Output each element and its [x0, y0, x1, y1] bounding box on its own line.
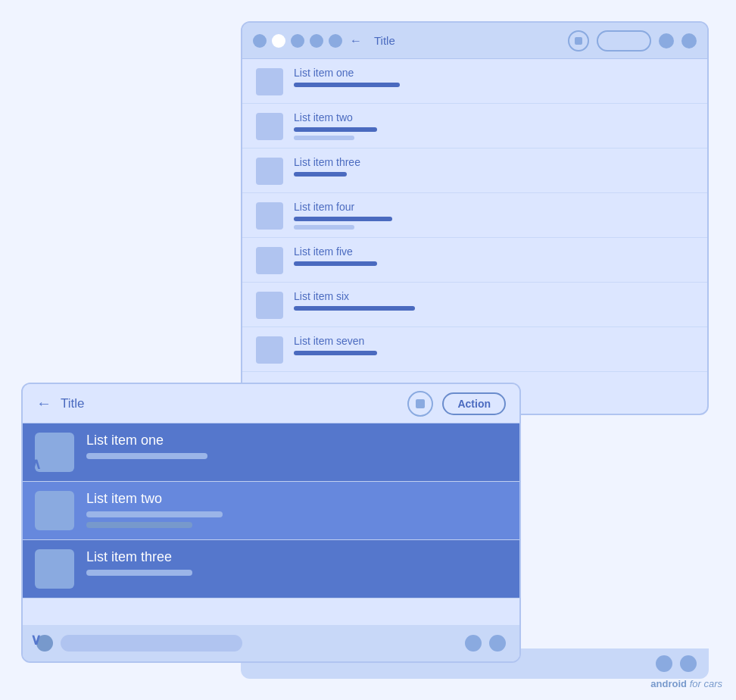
back-item-title: List item five [294, 245, 377, 258]
back-menu-icon-inner [575, 37, 582, 45]
front-window-title: Title [61, 396, 398, 411]
back-thumb [256, 292, 283, 319]
dot-3 [291, 34, 304, 48]
back-toolbar-right [568, 30, 697, 52]
bar-primary [294, 351, 377, 355]
list-item[interactable]: List item one [242, 59, 707, 104]
bar-primary [294, 217, 392, 221]
front-item-title: List item two [86, 491, 223, 507]
front-window: ← Title Action List item one List item t… [21, 383, 521, 663]
back-item-text: List item five [294, 245, 377, 266]
front-item-text: List item one [86, 433, 207, 459]
back-item-title: List item one [294, 67, 400, 79]
back-thumb [256, 158, 283, 185]
dot-1 [253, 34, 267, 48]
back-window: ← Title List item one List item two [241, 21, 709, 415]
bottom-dot-sm-1 [465, 635, 482, 652]
list-item[interactable]: List item three [23, 540, 519, 598]
chevron-up-icon[interactable]: ∧ [30, 455, 42, 473]
watermark-suffix: for cars [690, 678, 722, 689]
back-item-text: List item seven [294, 335, 377, 355]
back-pill-button[interactable] [597, 30, 651, 52]
front-menu-icon[interactable] [407, 391, 433, 417]
bottom-pill[interactable] [61, 635, 242, 652]
back-bottom-dot-2 [680, 655, 697, 672]
list-item[interactable]: List item seven [242, 327, 707, 372]
back-thumb [256, 68, 283, 95]
front-list: List item one List item two List item th… [23, 423, 519, 625]
back-thumb [256, 202, 283, 230]
back-title-bar: ← Title [242, 23, 707, 59]
list-item[interactable]: List item one [23, 423, 519, 482]
back-menu-icon[interactable] [568, 30, 589, 52]
dot-2 [272, 34, 285, 48]
list-item[interactable]: List item two [242, 104, 707, 148]
list-item[interactable]: List item six [242, 283, 707, 327]
back-item-title: List item three [294, 156, 360, 168]
back-bottom-dot-1 [656, 655, 672, 672]
back-list: List item one List item two List item th… [242, 59, 707, 372]
back-dot-row [253, 34, 342, 48]
back-window-title: Title [374, 34, 560, 47]
front-item-text: List item two [86, 491, 223, 528]
front-bottom-bar [23, 625, 519, 661]
front-item-text: List item three [86, 549, 192, 576]
list-item[interactable]: List item two [23, 482, 519, 540]
back-dot-right-2 [681, 33, 697, 48]
bottom-dot-sm-2 [489, 635, 506, 652]
back-item-text: List item four [294, 201, 392, 230]
bar-primary [294, 83, 400, 87]
front-back-arrow-icon[interactable]: ← [36, 395, 51, 412]
back-item-text: List item six [294, 290, 415, 311]
bar-secondary [294, 136, 354, 140]
back-thumb [256, 336, 283, 364]
front-bar-primary [86, 511, 223, 517]
bar-primary [294, 172, 347, 177]
back-item-text: List item two [294, 111, 377, 140]
back-item-title: List item six [294, 290, 415, 302]
list-item[interactable]: List item five [242, 238, 707, 283]
bar-primary [294, 306, 415, 311]
watermark: android for cars [650, 678, 722, 689]
bar-primary [294, 127, 377, 132]
back-thumb [256, 247, 283, 274]
list-item[interactable]: List item three [242, 148, 707, 193]
watermark-brand: android [650, 678, 687, 689]
back-item-text: List item three [294, 156, 360, 177]
front-item-title: List item three [86, 549, 192, 565]
back-item-title: List item four [294, 201, 392, 213]
back-item-title: List item two [294, 111, 377, 123]
back-item-title: List item seven [294, 335, 377, 347]
back-item-text: List item one [294, 67, 400, 87]
front-menu-icon-inner [416, 399, 425, 408]
list-item[interactable]: List item four [242, 193, 707, 238]
back-dot-right-1 [659, 33, 674, 48]
back-arrow-icon[interactable]: ← [350, 34, 362, 48]
back-thumb [256, 113, 283, 140]
chevron-down-icon[interactable]: ∨ [30, 630, 42, 648]
front-bar-primary [86, 570, 192, 576]
front-bar-primary [86, 453, 207, 459]
bar-secondary [294, 225, 354, 230]
dot-4 [310, 34, 323, 48]
front-thumb [35, 549, 74, 589]
dot-5 [329, 34, 342, 48]
bar-primary [294, 261, 377, 266]
action-button[interactable]: Action [442, 392, 506, 415]
front-bar-secondary [86, 522, 192, 528]
front-title-bar: ← Title Action [23, 384, 519, 423]
front-thumb [35, 491, 74, 530]
front-item-title: List item one [86, 433, 207, 448]
